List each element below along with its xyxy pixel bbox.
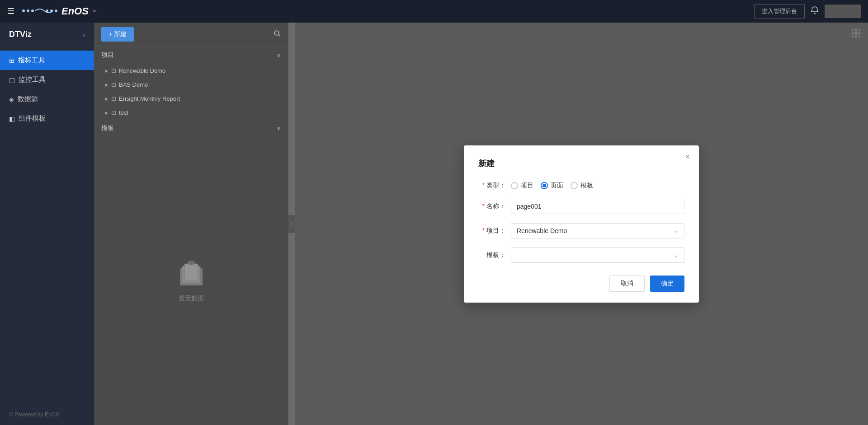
modal-overlay: 新建 × 类型： 项目 页面 [295, 23, 868, 425]
sidebar-item-label-0: 指标工具 [18, 56, 45, 65]
logo-text: EnOS [61, 5, 89, 17]
tree-arrow-2: ▶ [105, 96, 108, 101]
content-toolbar: + 新建 [94, 23, 288, 47]
modal-dialog: 新建 × 类型： 项目 页面 [464, 145, 699, 303]
modal-title: 新建 [478, 158, 684, 169]
folder-icon-2: ⊡ [111, 95, 116, 102]
name-control [511, 199, 684, 214]
sidebar-menu: ⊞ 指标工具 ◫ 监控工具 ◈ 数据源 ◧ 组件模板 [0, 47, 94, 404]
radio-label-page: 页面 [551, 182, 563, 190]
svg-point-0 [22, 9, 25, 12]
indicator-icon: ⊞ [9, 57, 14, 64]
tree-arrow-3: ▶ [105, 110, 108, 115]
template-section-header[interactable]: 模板 ∨ [94, 120, 288, 137]
component-icon: ◧ [9, 115, 15, 122]
radio-option-page[interactable]: 页面 [541, 182, 563, 190]
sidebar-item-component-template[interactable]: ◧ 组件模板 [0, 109, 94, 128]
confirm-button[interactable]: 确定 [650, 276, 684, 292]
project-label: 项目： [478, 227, 505, 235]
modal-footer: 取消 确定 [478, 276, 684, 292]
tree-label-3: test [119, 109, 128, 116]
template-section-title: 模板 [101, 124, 114, 132]
project-select-wrapper: Renewable Demo BAS Demo Ensight Monthly … [511, 223, 684, 238]
svg-rect-9 [184, 264, 198, 281]
project-section-title: 项目 [101, 51, 114, 59]
sidebar: DTViz › ⊞ 指标工具 ◫ 监控工具 ◈ 数据源 ◧ 组件模板 © Pow… [0, 23, 94, 425]
type-control: 项目 页面 模板 [511, 182, 684, 190]
radio-circle-project [511, 182, 518, 189]
sidebar-expand-icon[interactable]: › [83, 31, 85, 38]
tree-item-renewable[interactable]: ▶ ⊡ Renewable Demo [94, 64, 288, 78]
hamburger-icon[interactable]: ☰ [7, 6, 14, 16]
svg-point-3 [46, 9, 48, 12]
modal-close-button[interactable]: × [685, 153, 690, 161]
folder-icon-0: ⊡ [111, 67, 116, 74]
workspace: 新建 × 类型： 项目 页面 [295, 23, 868, 425]
sidebar-item-datasource[interactable]: ◈ 数据源 [0, 89, 94, 109]
logo: EnOS ™ [22, 5, 97, 17]
logo-tm: ™ [92, 9, 97, 14]
empty-label: 暂无数据 [179, 294, 204, 303]
cancel-button[interactable]: 取消 [609, 276, 645, 292]
template-section-chevron: ∨ [277, 125, 281, 131]
tree-item-test[interactable]: ▶ ⊡ test [94, 106, 288, 120]
radio-circle-template [571, 182, 578, 189]
sidebar-item-label-1: 监控工具 [19, 75, 46, 84]
name-form-row: 名称： [478, 199, 684, 214]
folder-icon-3: ⊡ [111, 109, 116, 116]
template-select[interactable] [511, 248, 684, 263]
sidebar-title: DTViz [9, 30, 32, 39]
tree-label-1: BAS Demo [119, 81, 148, 88]
top-nav: ☰ EnOS ™ 进入管理后台 [0, 0, 868, 23]
top-nav-actions: 进入管理后台 [754, 4, 861, 19]
radio-circle-page [541, 182, 548, 189]
collapse-panel-button[interactable]: ‹ [288, 215, 295, 233]
tree-label-2: Ensight Monthly Report [119, 95, 180, 102]
monitor-icon: ◫ [9, 76, 15, 84]
template-form-row: 模板： [478, 248, 684, 263]
sidebar-header: DTViz › [0, 23, 94, 47]
name-input[interactable] [511, 199, 684, 214]
new-button[interactable]: + 新建 [101, 27, 134, 42]
project-control: Renewable Demo BAS Demo Ensight Monthly … [511, 223, 684, 238]
type-form-row: 类型： 项目 页面 [478, 182, 684, 190]
project-section-chevron: ∨ [277, 52, 281, 58]
template-control [511, 248, 684, 263]
sidebar-footer: © Powered by EnOS [0, 404, 94, 425]
template-empty-area: 暂无数据 [94, 137, 288, 425]
search-button[interactable] [274, 30, 281, 39]
radio-label-template: 模板 [580, 182, 593, 190]
tree-item-ensight[interactable]: ▶ ⊡ Ensight Monthly Report [94, 92, 288, 106]
sidebar-item-label-2: 数据源 [18, 95, 38, 103]
template-select-wrapper [511, 248, 684, 263]
project-select[interactable]: Renewable Demo BAS Demo Ensight Monthly … [511, 223, 684, 238]
empty-illustration: 暂无数据 [173, 259, 209, 303]
radio-label-project: 项目 [521, 182, 533, 190]
radio-option-project[interactable]: 项目 [511, 182, 533, 190]
tree-arrow-1: ▶ [105, 82, 108, 87]
radio-option-template[interactable]: 模板 [571, 182, 593, 190]
svg-point-1 [27, 9, 29, 12]
project-section-header[interactable]: 项目 ∨ [94, 47, 288, 64]
user-avatar [825, 5, 861, 18]
sidebar-item-label-3: 组件模板 [19, 114, 46, 123]
bell-icon[interactable] [810, 6, 819, 17]
radio-group: 项目 页面 模板 [511, 182, 684, 190]
tree-label-0: Renewable Demo [119, 67, 165, 74]
template-label: 模板： [478, 251, 505, 259]
svg-point-4 [50, 9, 53, 12]
type-label: 类型： [478, 182, 505, 190]
sidebar-item-monitor[interactable]: ◫ 监控工具 [0, 70, 94, 89]
admin-button[interactable]: 进入管理后台 [754, 4, 805, 19]
main-layout: DTViz › ⊞ 指标工具 ◫ 监控工具 ◈ 数据源 ◧ 组件模板 © Pow… [0, 23, 868, 425]
tree-arrow-0: ▶ [105, 68, 108, 73]
svg-point-2 [31, 9, 34, 12]
svg-point-5 [55, 9, 57, 12]
name-label: 名称： [478, 202, 505, 210]
tree-item-bas[interactable]: ▶ ⊡ BAS Demo [94, 78, 288, 92]
folder-icon-1: ⊡ [111, 81, 116, 88]
sidebar-item-indicator[interactable]: ⊞ 指标工具 [0, 51, 94, 70]
datasource-icon: ◈ [9, 96, 14, 103]
project-form-row: 项目： Renewable Demo BAS Demo Ensight Mont… [478, 223, 684, 238]
logo-dots [22, 6, 58, 17]
